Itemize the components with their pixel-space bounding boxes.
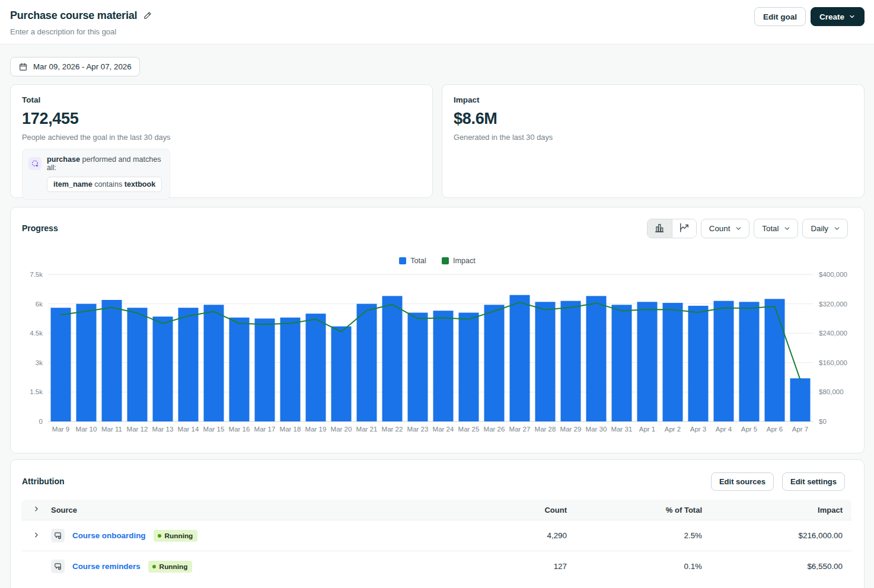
count-cell: 127 [454,562,576,571]
x-axis-label: Mar 28 [535,426,556,433]
x-axis-label: Mar 26 [484,426,505,433]
chart-bar [51,308,71,421]
x-axis-label: Mar 21 [356,426,378,433]
x-axis-label: Mar 24 [433,426,454,433]
column-header-pct: % of Total [576,506,711,514]
date-range-picker[interactable]: Mar 09, 2026 - Apr 07, 2026 [10,57,140,76]
chart-bar [408,312,428,421]
chart-bar [586,296,607,421]
x-axis-label: Mar 10 [76,426,97,433]
calendar-icon [18,62,28,72]
condition-pill: item_name contains textbook [47,177,162,192]
attribution-table-header: Source Count % of Total Impact [21,500,851,520]
x-axis-label: Mar 17 [254,426,276,433]
chevron-right-icon [33,505,40,514]
progress-chart: 0$01.5k$80,0003k$160,0004.5k$240,0006k$3… [11,264,865,442]
impact-label: Impact [454,95,480,104]
chart-bar [561,301,581,421]
chevron-right-icon [33,531,40,541]
right-axis-tick: $80,000 [819,388,844,395]
x-axis-label: Mar 22 [382,426,403,433]
table-row: Course onboarding Running 4,290 2.5% $21… [21,520,851,551]
x-axis-label: Apr 6 [767,426,783,433]
line-chart-toggle-button[interactable] [672,219,696,238]
x-axis-label: Mar 25 [458,426,480,433]
chart-bar [663,303,683,421]
chevron-down-icon [783,225,791,232]
source-link[interactable]: Course onboarding [72,531,146,540]
expand-all-button[interactable] [21,505,51,514]
chart-bar [331,327,352,421]
pencil-icon [143,10,153,22]
bar-chart-toggle-button[interactable] [647,219,672,238]
x-axis-label: Mar 30 [586,426,607,433]
chart-bar [255,318,275,421]
chart-bar [637,302,658,421]
column-header-count: Count [454,506,576,514]
chart-bar [612,305,632,421]
x-axis-label: Mar 14 [178,426,199,433]
goal-condition: purchase performed and matches all: item… [22,149,170,200]
expand-row-button[interactable] [21,531,51,541]
progress-card: Progress Count Total Daily [10,207,865,453]
chart-bar [357,304,377,421]
page-title: Purchase course material [10,9,137,22]
chart-bar [127,308,148,421]
edit-sources-button[interactable]: Edit sources [711,472,774,491]
x-axis-label: Mar 18 [280,426,301,433]
page-header: Purchase course material Enter a descrip… [0,0,874,44]
x-axis-label: Mar 29 [560,426,582,433]
edit-settings-button[interactable]: Edit settings [782,472,845,491]
chart-bar [102,300,122,421]
chart-bar [484,305,505,421]
left-axis-tick: 7.5k [30,271,43,278]
right-axis-tick: $160,000 [819,359,847,366]
bar-chart-icon [653,222,665,235]
right-axis-tick: $0 [819,418,827,425]
chart-bar [204,305,224,421]
interval-dropdown[interactable]: Daily [802,219,848,238]
left-axis-tick: 4.5k [30,330,43,337]
x-axis-label: Mar 16 [229,426,250,433]
x-axis-label: Mar 12 [127,426,148,433]
campaign-icon [51,529,65,542]
x-axis-label: Mar 15 [203,426,225,433]
chevron-down-icon [735,225,742,232]
page-subtitle: Enter a description for this goal [10,27,116,36]
chart-bar [306,314,326,421]
series-dropdown[interactable]: Total [754,219,798,238]
x-axis-label: Mar 11 [101,426,122,433]
chart-bar [382,296,403,421]
chart-bar [459,312,479,421]
chart-bar [790,378,811,421]
table-row: Course reminders Running 127 0.1% $6,550… [21,551,851,581]
edit-title-button[interactable] [143,10,153,22]
campaign-icon [51,560,65,573]
x-axis-label: Mar 20 [331,426,352,433]
event-name: purchase [47,155,80,164]
attribution-table: Source Count % of Total Impact Course on… [21,500,851,581]
create-button[interactable]: Create [811,7,865,26]
chart-type-toggle [647,219,697,238]
chart-bar [688,306,709,421]
chart-bar [714,301,734,421]
right-axis-tick: $400,000 [819,271,847,278]
left-axis-tick: 3k [36,359,43,366]
x-axis-label: Apr 5 [741,426,758,433]
metric-dropdown[interactable]: Count [701,219,749,238]
count-cell: 4,290 [454,531,576,540]
total-card: Total 172,455 People achieved the goal i… [10,84,433,198]
chart-bar [153,317,173,421]
x-axis-label: Apr 4 [716,426,732,433]
event-icon [28,157,42,170]
source-link[interactable]: Course reminders [72,562,141,571]
edit-goal-button[interactable]: Edit goal [754,7,806,26]
x-axis-label: Apr 1 [639,426,656,433]
impact-caption: Generated in the last 30 days [454,133,553,142]
x-axis-label: Mar 19 [305,426,327,433]
attribution-card: Attribution Edit sources Edit settings S… [10,459,865,588]
total-label: Total [22,95,40,104]
x-axis-label: Mar 23 [407,426,429,433]
status-dot-icon [152,565,156,568]
impact-card: Impact $8.6M Generated in the last 30 da… [442,84,865,198]
